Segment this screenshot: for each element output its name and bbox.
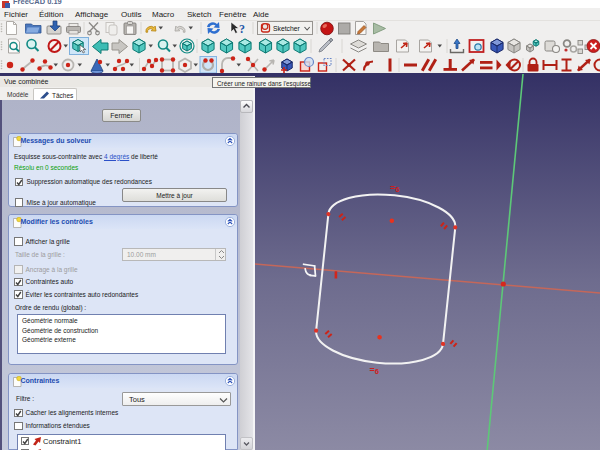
svg-text:=6: =6	[390, 183, 399, 195]
svg-text:=6: =6	[370, 365, 379, 377]
svg-text:?: ?	[239, 22, 245, 36]
svg-text:Sketcher: Sketcher	[273, 25, 301, 32]
